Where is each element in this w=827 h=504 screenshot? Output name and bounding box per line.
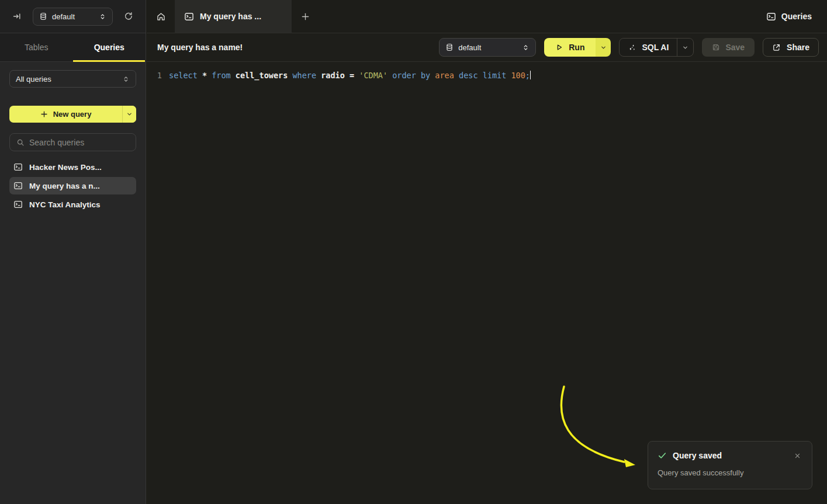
query-list-item[interactable]: NYC Taxi Analytics: [9, 196, 136, 213]
code-token: [198, 71, 202, 80]
code-token: ;: [525, 71, 530, 80]
sql-ai-button[interactable]: SQL AI: [620, 39, 677, 56]
code-token: 'CDMA': [359, 71, 387, 80]
save-button-label: Save: [725, 43, 745, 52]
sidebar-tab-tables[interactable]: Tables: [0, 33, 73, 61]
query-filter-value: All queries: [16, 75, 117, 84]
sql-ai-button-label: SQL AI: [642, 43, 669, 52]
sidebar-tab-label: Tables: [25, 43, 48, 52]
query-list-item[interactable]: Hacker News Pos...: [9, 158, 136, 176]
query-filter-selector[interactable]: All queries: [9, 70, 136, 88]
query-search: [9, 133, 136, 151]
toast-title: Query saved: [673, 451, 786, 460]
queries-indicator[interactable]: Queries: [766, 0, 827, 33]
chevron-down-icon: [600, 44, 607, 51]
topbar-spacer: [319, 0, 766, 33]
run-options-button[interactable]: [596, 38, 611, 57]
terminal-icon: [13, 200, 23, 209]
query-list-item-label: Hacker News Pos...: [29, 163, 102, 172]
database-icon: [445, 43, 454, 51]
code-token: order: [392, 71, 416, 80]
code-token: [454, 71, 459, 80]
share-button-label: Share: [787, 43, 809, 52]
chevron-down-icon: [126, 111, 133, 117]
new-query-dropdown-button[interactable]: [122, 106, 136, 123]
code-token: [231, 71, 236, 80]
new-query-label: New query: [53, 110, 92, 119]
sidebar-tabs: TablesQueries: [0, 33, 146, 62]
code-token: area: [435, 71, 454, 80]
home-icon: [156, 12, 166, 22]
code-token: cell_towers: [236, 71, 288, 80]
code-token: from: [212, 71, 231, 80]
terminal-icon: [13, 162, 23, 172]
refresh-button[interactable]: [120, 8, 137, 25]
collapse-sidebar-button[interactable]: [8, 8, 26, 25]
code-token: [345, 71, 350, 80]
save-icon: [712, 43, 720, 51]
header-database-selector[interactable]: default: [439, 38, 536, 57]
topbar-database-value: default: [52, 12, 94, 21]
header-database-value: default: [458, 43, 517, 52]
toast-close-button[interactable]: [792, 450, 802, 461]
code-token: select: [169, 71, 198, 80]
share-button[interactable]: Share: [763, 38, 819, 57]
run-button-group: Run: [544, 38, 611, 57]
query-tab-label: My query has ...: [200, 12, 261, 21]
sql-ai-options-button[interactable]: [677, 39, 693, 56]
share-icon: [772, 43, 781, 52]
new-query-main[interactable]: New query: [9, 106, 122, 123]
query-search-input[interactable]: [29, 138, 135, 147]
code-token: radio: [321, 71, 345, 80]
terminal-icon: [13, 181, 23, 190]
run-button-label: Run: [569, 43, 584, 52]
code-token: limit: [483, 71, 507, 80]
collapse-sidebar-icon: [12, 12, 22, 21]
plus-icon: [40, 110, 48, 118]
chevron-updown-icon: [122, 75, 130, 83]
code-token: by: [421, 71, 430, 80]
code-token: =: [350, 71, 354, 80]
topbar-right: My query has ... Queries: [147, 0, 827, 33]
chevron-updown-icon: [99, 13, 106, 20]
query-title: My query has a name!: [157, 43, 431, 52]
topbar-database-selector[interactable]: default: [33, 8, 113, 26]
code-text: select * from cell_towers where radio = …: [162, 69, 531, 81]
new-query-button[interactable]: New query: [9, 106, 136, 123]
toast-notification: Query saved Query saved successfully: [648, 441, 812, 489]
sidebar-tab-queries[interactable]: Queries: [73, 33, 146, 61]
terminal-icon: [184, 12, 194, 22]
plus-icon: [301, 12, 310, 21]
text-caret: [530, 71, 531, 79]
query-list: Hacker News Pos...My query has a n...NYC…: [9, 158, 136, 213]
run-button[interactable]: Run: [544, 38, 596, 57]
new-tab-button[interactable]: [292, 0, 319, 33]
sparkles-icon: [628, 43, 636, 52]
play-icon: [555, 43, 563, 51]
query-list-item-label: My query has a n...: [29, 182, 100, 190]
home-button[interactable]: [147, 0, 175, 33]
toast-header: Query saved: [658, 450, 802, 461]
sql-editor[interactable]: 1 select * from cell_towers where radio …: [147, 62, 827, 504]
search-icon: [16, 138, 25, 147]
topbar-left: default: [0, 0, 146, 33]
refresh-icon: [124, 12, 133, 21]
chevron-updown-icon: [522, 44, 530, 51]
code-token: *: [202, 71, 207, 80]
toast-message: Query saved successfully: [658, 468, 802, 477]
query-tab[interactable]: My query has ...: [175, 0, 292, 33]
sidebar: TablesQueries All queries New query: [0, 33, 146, 504]
code-token: [207, 71, 212, 80]
query-list-item[interactable]: My query has a n...: [9, 177, 136, 194]
sidebar-tab-label: Queries: [94, 43, 124, 52]
database-icon: [39, 12, 47, 20]
check-icon: [658, 451, 667, 460]
sidebar-content: All queries New query: [0, 62, 146, 213]
terminal-icon: [766, 12, 776, 22]
line-number: 1: [147, 69, 162, 81]
code-line[interactable]: 1 select * from cell_towers where radio …: [147, 62, 827, 81]
sql-ai-button-group: SQL AI: [619, 38, 694, 57]
main-header: My query has a name! default Run: [147, 33, 827, 62]
save-button[interactable]: Save: [702, 38, 755, 57]
code-token: [387, 71, 392, 80]
